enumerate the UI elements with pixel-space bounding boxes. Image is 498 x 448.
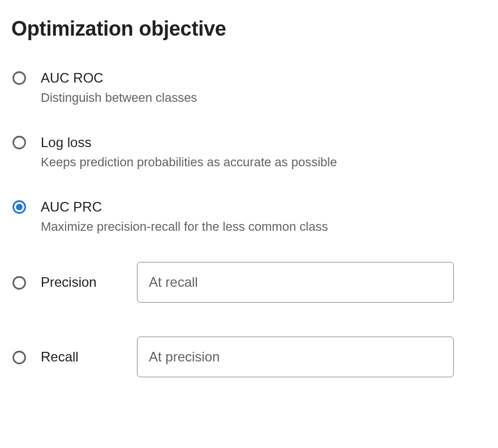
at-recall-input[interactable] <box>137 262 454 303</box>
svg-point-5 <box>14 352 25 364</box>
option-text: Log loss Keeps prediction probabilities … <box>41 133 337 171</box>
at-precision-input[interactable] <box>137 337 454 377</box>
option-text: AUC PRC Maximize precision-recall for th… <box>41 198 328 235</box>
svg-point-3 <box>16 204 23 210</box>
option-precision[interactable]: Precision <box>11 262 487 303</box>
radio-unselected-icon[interactable] <box>11 275 27 291</box>
option-label: Log loss <box>41 133 337 151</box>
option-log-loss[interactable]: Log loss Keeps prediction probabilities … <box>11 133 487 171</box>
option-auc-prc[interactable]: AUC PRC Maximize precision-recall for th… <box>11 198 487 235</box>
radio-selected-icon[interactable] <box>11 199 27 215</box>
radio-unselected-icon[interactable] <box>11 70 27 86</box>
svg-point-1 <box>14 136 25 148</box>
option-recall[interactable]: Recall <box>11 337 487 377</box>
option-desc: Distinguish between classes <box>41 90 197 106</box>
svg-point-0 <box>14 72 25 84</box>
option-label: Recall <box>41 349 137 365</box>
option-desc: Maximize precision-recall for the less c… <box>41 219 328 235</box>
svg-point-4 <box>14 277 25 289</box>
option-label: AUC ROC <box>41 69 197 87</box>
option-label: Precision <box>41 274 137 290</box>
radio-unselected-icon[interactable] <box>11 350 27 365</box>
page-title: Optimization objective <box>11 17 487 41</box>
option-auc-roc[interactable]: AUC ROC Distinguish between classes <box>11 69 487 106</box>
option-label: AUC PRC <box>41 198 328 216</box>
option-text: AUC ROC Distinguish between classes <box>41 69 197 106</box>
option-desc: Keeps prediction probabilities as accura… <box>41 154 337 171</box>
radio-unselected-icon[interactable] <box>11 135 27 150</box>
